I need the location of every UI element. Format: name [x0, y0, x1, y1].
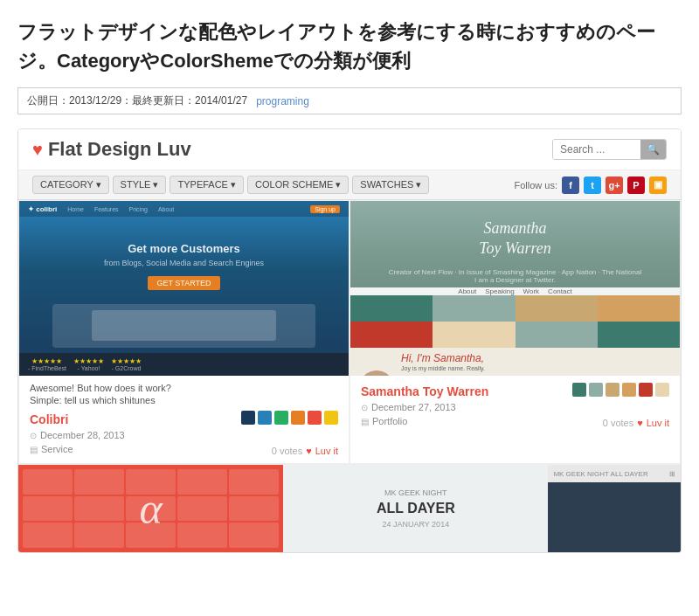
mkcg-title: ALL DAYER — [377, 501, 455, 516]
facebook-icon[interactable]: f — [562, 176, 579, 194]
rss-icon[interactable]: ▣ — [649, 176, 667, 194]
follow-label: Follow us: — [514, 180, 557, 190]
third-card-label: MK GEEK NIGHT ALL DAYER — [553, 470, 647, 478]
colibri-luv[interactable]: Luv it — [315, 446, 338, 456]
diamond-pattern — [350, 295, 680, 348]
nav-color-scheme[interactable]: COLOR SCHEME ▾ — [247, 176, 349, 194]
clock-icon: ⊙ — [30, 431, 37, 440]
article-title: フラットデザインな配色やレイアウトを参考にする時におすすめのページ。Catego… — [17, 17, 682, 75]
swatch-3 — [274, 411, 288, 425]
nav-bar: CATEGORY ▾ STYLE ▾ TYPEFACE ▾ COLOR SCHE… — [18, 170, 681, 200]
swatch-1 — [241, 411, 255, 425]
swatch-s6 — [655, 383, 669, 397]
meta-bar: 公開日：2013/12/29：最終更新日：2014/01/27 programi… — [17, 87, 682, 114]
heart-icon: ♥ — [32, 140, 43, 160]
samantha-script: SamanthaToy Warren — [470, 201, 560, 268]
colibri-category: ▤ Service — [30, 444, 73, 454]
card-samantha-info: Samantha Toy Warren ⊙ December 27, 201 — [350, 376, 680, 435]
folder-icon: ▤ — [30, 445, 38, 454]
colibri-swatches — [241, 411, 338, 425]
pinterest-icon[interactable]: P — [627, 176, 645, 194]
swatch-s3 — [606, 383, 619, 397]
card-third: MK GEEK NIGHT ALL DAYER ⊞ — [548, 465, 681, 552]
cards-grid: ✦ colibri Home Features Pricing About Si… — [18, 200, 681, 464]
site-logo: ♥ Flat Design Luv — [32, 138, 191, 161]
twitter-icon[interactable]: t — [584, 176, 601, 194]
card-colibri: ✦ colibri Home Features Pricing About Si… — [18, 200, 350, 464]
publish-date: 公開日：2013/12/29：最終更新日：2014/01/27 — [27, 93, 247, 108]
nav-swatches[interactable]: SWATCHES ▾ — [352, 176, 429, 194]
samantha-avatar — [359, 370, 394, 376]
mkcg-logo: MK GEEK NIGHT — [384, 488, 447, 497]
card-red: α — [18, 465, 283, 552]
nav-style[interactable]: STYLE ▾ — [113, 176, 167, 194]
colibri-simple-text: Awesome! But how does it work? — [30, 383, 338, 393]
swatch-s4 — [622, 383, 636, 397]
card-mkcg: MK GEEK NIGHT ALL DAYER 24 JANUARY 2014 — [283, 465, 548, 552]
samantha-swatches — [572, 383, 669, 397]
samantha-bio: Joy is my middle name. Really.Lorem Desi… — [401, 364, 558, 376]
nav-category[interactable]: CATEGORY ▾ — [32, 176, 109, 194]
swatch-s1 — [572, 383, 586, 397]
swatch-2 — [258, 411, 272, 425]
swatch-6 — [324, 411, 338, 425]
samantha-title[interactable]: Samantha Toy Warren — [361, 384, 488, 398]
colibri-footer: 0 votes ♥ Luv it — [272, 446, 338, 456]
heart-small-icon: ♥ — [306, 446, 312, 456]
nav-left: CATEGORY ▾ STYLE ▾ TYPEFACE ▾ COLOR SCHE… — [32, 176, 429, 194]
search-button[interactable]: 🔍 — [640, 140, 666, 159]
colibri-votes: 0 votes — [272, 446, 302, 456]
samantha-profile-area: Hi, I'm Samantha, Joy is my middle name.… — [350, 348, 680, 376]
search-box: 🔍 — [552, 139, 667, 160]
samantha-greeting: Hi, I'm Samantha, — [401, 352, 558, 364]
samantha-date: ⊙ December 27, 2013 — [361, 402, 669, 412]
colibri-date: ⊙ December 28, 2013 — [30, 430, 338, 440]
card-colibri-image: ✦ colibri Home Features Pricing About Si… — [19, 201, 349, 376]
colibri-simple-text2: Simple: tell us which shitunes — [30, 395, 338, 405]
samantha-category: ▤ Portfolio — [361, 416, 407, 426]
search-input[interactable] — [553, 140, 640, 159]
folder-icon-s: ▤ — [361, 417, 369, 426]
samantha-luv[interactable]: Luv it — [647, 418, 669, 428]
card-colibri-info: Awesome! But how does it work? Simple: t… — [19, 376, 349, 463]
card-samantha: SamanthaToy Warren Creator of Next Flow … — [350, 200, 681, 464]
site-frame: ♥ Flat Design Luv 🔍 CATEGORY ▾ STYLE ▾ T… — [17, 128, 682, 553]
site-logo-text: Flat Design Luv — [48, 138, 191, 161]
swatch-s5 — [639, 383, 653, 397]
tag-link[interactable]: programing — [256, 95, 309, 107]
swatch-4 — [291, 411, 305, 425]
mkcg-date: 24 JANUARY 2014 — [382, 520, 449, 529]
nav-typeface[interactable]: TYPEFACE ▾ — [170, 176, 244, 194]
heart-small-icon-s: ♥ — [637, 418, 643, 428]
swatch-5 — [308, 411, 322, 425]
site-header: ♥ Flat Design Luv 🔍 — [18, 129, 681, 170]
samantha-votes: 0 votes — [603, 418, 633, 428]
samantha-nav: AboutSpeakingWorkContact — [350, 287, 680, 295]
swatch-s2 — [589, 383, 603, 397]
bottom-cards-row: α MK GEEK NIGHT ALL DAYER 24 JANUARY 201… — [18, 464, 681, 552]
samantha-footer: 0 votes ♥ Luv it — [603, 418, 669, 428]
colibri-title[interactable]: Colibri — [30, 412, 68, 426]
card-samantha-image: SamanthaToy Warren Creator of Next Flow … — [350, 201, 680, 376]
follow-us: Follow us: f t g+ P ▣ — [514, 176, 667, 194]
clock-icon-s: ⊙ — [361, 403, 368, 412]
googleplus-icon[interactable]: g+ — [606, 176, 623, 194]
